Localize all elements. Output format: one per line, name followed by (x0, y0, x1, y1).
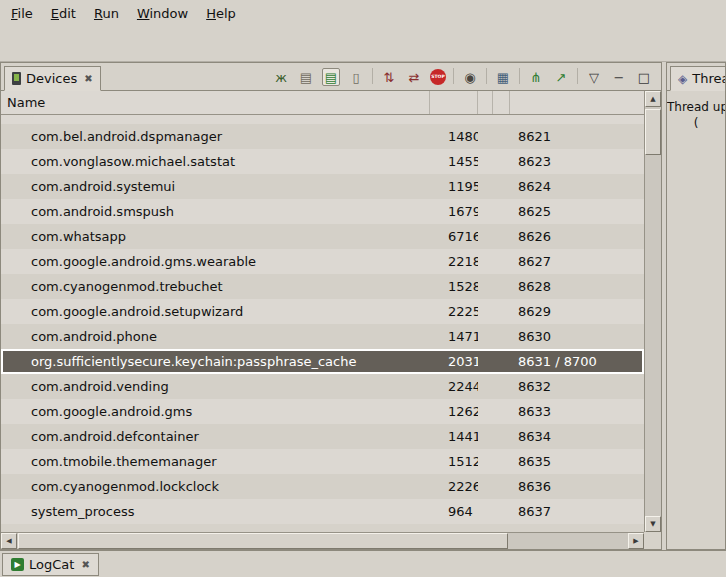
cell-empty (478, 124, 493, 149)
update-heap-icon[interactable]: ▤ (297, 68, 315, 86)
table-row[interactable]: system_process9648637 (1, 499, 644, 524)
cause-gc-trash-icon[interactable]: ▯ (347, 68, 365, 86)
process-name: com.bel.android.dspmanager (1, 124, 430, 149)
process-pid: 12623 (430, 399, 478, 424)
process-port: 8625 (510, 199, 644, 224)
scroll-left-icon[interactable]: ◀ (1, 533, 17, 549)
cell-empty (493, 199, 510, 224)
table-row[interactable]: com.android.smspush16798625 (1, 199, 644, 224)
maximize-view-icon[interactable]: □ (635, 68, 653, 86)
table-row[interactable]: com.whatsapp67168626 (1, 224, 644, 249)
menu-file[interactable]: File (2, 3, 42, 24)
cell-empty (493, 349, 510, 374)
close-tab-icon[interactable]: ✖ (82, 73, 92, 84)
cell-empty (478, 424, 493, 449)
cell-empty (478, 324, 493, 349)
process-pid: 1679 (430, 199, 478, 224)
table-row[interactable]: com.vonglasow.michael.satstat145538623 (1, 149, 644, 174)
process-name: system_process (1, 499, 430, 524)
vertical-scrollbar[interactable]: ▲ ▼ (644, 91, 661, 532)
column-header-port[interactable] (510, 91, 644, 114)
device-icon (12, 72, 21, 85)
column-header-empty1[interactable] (478, 91, 493, 114)
tab-threads[interactable]: ◈ Threads (670, 66, 726, 91)
table-row[interactable]: com.google.android.setupwizard222508629 (1, 299, 644, 324)
menu-run[interactable]: Run (85, 3, 128, 24)
table-row[interactable]: com.android.phone14718630 (1, 324, 644, 349)
cell-empty (478, 449, 493, 474)
cell-empty (478, 174, 493, 199)
table-header[interactable]: Name (1, 91, 644, 115)
tab-devices[interactable]: Devices ✖ (4, 66, 101, 91)
column-header-name[interactable]: Name (1, 91, 430, 114)
scroll-right-icon[interactable]: ▶ (628, 533, 644, 549)
table-row[interactable]: com.google.android.gms.wearable221858627 (1, 249, 644, 274)
horizontal-scrollbar-thumb[interactable] (18, 533, 508, 549)
view-menu-chevron-icon[interactable]: ▽ (585, 68, 603, 86)
table-row[interactable]: com.tmobile.thememanager15128635 (1, 449, 644, 474)
cell-empty (478, 199, 493, 224)
process-port: 8635 (510, 449, 644, 474)
toolbar-separator (453, 68, 454, 84)
method-profiling-icon[interactable]: ⇄ (405, 68, 423, 86)
process-port: 8632 (510, 374, 644, 399)
process-name: com.android.smspush (1, 199, 430, 224)
column-header-empty2[interactable] (493, 91, 510, 114)
cell-empty (493, 124, 510, 149)
process-port: 8636 (510, 474, 644, 499)
debug-process-icon[interactable]: ж (272, 68, 290, 86)
process-name: com.google.android.gms (1, 399, 430, 424)
table-row[interactable]: com.android.defcontainer144118634 (1, 424, 644, 449)
threads-message-line: Thread up (667, 99, 725, 115)
process-pid: 22250 (430, 299, 478, 324)
process-pid: 1528 (430, 274, 478, 299)
device-table-main: Name com.bel.android.dspmanager14808621c… (1, 91, 644, 532)
vertical-scrollbar-thumb[interactable] (645, 109, 661, 155)
process-port: 8627 (510, 249, 644, 274)
horizontal-scrollbar[interactable]: ◀ ▶ (1, 532, 644, 549)
process-pid: 964 (430, 499, 478, 524)
process-port: 8629 (510, 299, 644, 324)
process-pid: 22265 (430, 474, 478, 499)
menu-window[interactable]: Window (128, 3, 197, 24)
minimize-view-icon[interactable]: − (610, 68, 628, 86)
threads-tab-label: Threads (692, 71, 726, 86)
process-port: 8633 (510, 399, 644, 424)
process-port: 8624 (510, 174, 644, 199)
menu-edit[interactable]: Edit (42, 3, 85, 24)
logcat-tab-label: LogCat (29, 557, 74, 572)
tab-logcat[interactable]: ▶ LogCat ✖ (2, 553, 99, 576)
scroll-up-icon[interactable]: ▲ (645, 91, 661, 107)
column-header-pid[interactable] (430, 91, 478, 114)
cell-empty (478, 374, 493, 399)
cell-empty (493, 424, 510, 449)
process-port: 8631 / 8700 (510, 349, 644, 374)
table-row[interactable]: org.sufficientlysecure.keychain:passphra… (1, 349, 644, 374)
close-tab-icon[interactable]: ✖ (79, 559, 89, 570)
stop-process-icon[interactable]: STOP (430, 69, 446, 85)
table-row[interactable]: com.android.vending224408632 (1, 374, 644, 399)
menu-help[interactable]: Help (197, 3, 245, 24)
table-row[interactable]: com.bel.android.dspmanager14808621 (1, 124, 644, 149)
process-pid: 14411 (430, 424, 478, 449)
process-name: com.android.systemui (1, 174, 430, 199)
table-row[interactable]: com.cyanogenmod.lockclock222658636 (1, 474, 644, 499)
update-threads-icon[interactable]: ⇅ (380, 68, 398, 86)
cell-empty (493, 274, 510, 299)
view-hierarchy-icon[interactable]: ▦ (494, 68, 512, 86)
device-table: Name com.bel.android.dspmanager14808621c… (1, 91, 661, 549)
menubar: FileEditRunWindowHelp (0, 0, 726, 27)
table-row[interactable]: com.cyanogenmod.trebuchet15288628 (1, 274, 644, 299)
scroll-down-icon[interactable]: ▼ (645, 516, 661, 532)
systrace-icon[interactable]: ⋔ (527, 68, 545, 86)
dump-hprof-icon[interactable]: ▤ (322, 68, 340, 86)
threads-message-line: ( (667, 115, 725, 131)
process-port: 8626 (510, 224, 644, 249)
table-row[interactable]: com.android.systemui11958624 (1, 174, 644, 199)
screen-capture-icon[interactable]: ◉ (461, 68, 479, 86)
network-stats-icon[interactable]: ↗ (552, 68, 570, 86)
cell-empty (478, 299, 493, 324)
process-pid: 20311 (430, 349, 478, 374)
process-name: com.google.android.setupwizard (1, 299, 430, 324)
table-row[interactable]: com.google.android.gms126238633 (1, 399, 644, 424)
